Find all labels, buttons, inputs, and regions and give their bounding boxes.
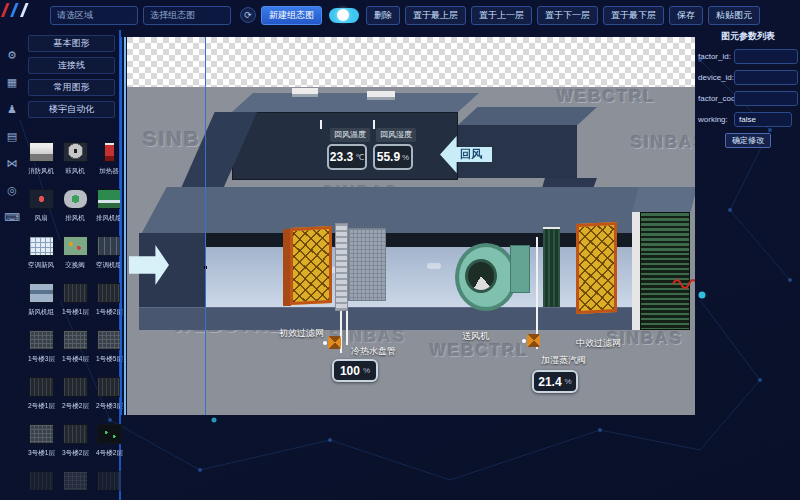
send-to-back-button[interactable]: 置于最下层 [603, 6, 664, 25]
palette-item-label: 4号楼2层 [96, 448, 123, 457]
palette-item-label: 2号楼3层 [96, 401, 123, 410]
device-id-input[interactable] [734, 70, 798, 85]
palette-item-label: 新风机组 [28, 307, 54, 316]
palette-item[interactable] [59, 469, 92, 500]
duct-interior [205, 247, 635, 307]
keyboard-icon[interactable]: ⌨ [4, 212, 20, 224]
palette-item-label: 交换阀 [66, 260, 86, 269]
sensor-tick [320, 120, 322, 129]
return-air-temp-label[interactable]: 回风温度 [330, 128, 370, 142]
palette-item[interactable]: 空调新风 [25, 234, 58, 278]
app-logo [0, 3, 47, 21]
alarm-wire [672, 275, 695, 293]
building-thumbnail [63, 377, 88, 397]
target-icon[interactable]: ◎ [7, 185, 17, 197]
palette-item[interactable]: 风扇 [25, 187, 58, 231]
building-thumbnail [97, 471, 122, 491]
layout-icon[interactable]: ▦ [7, 77, 17, 89]
return-air-humidity-value[interactable]: 55.9 % [373, 144, 413, 170]
palette-item[interactable]: 1号楼1层 [59, 281, 92, 325]
fire-fan-thumbnail [29, 142, 54, 162]
palette-item[interactable]: 鼓风机 [59, 140, 92, 184]
confirm-modify-button[interactable]: 确定修改 [725, 133, 771, 148]
building-thumbnail [63, 424, 88, 444]
canvas-scrollbar[interactable] [120, 37, 126, 415]
return-air-humidity-label[interactable]: 回风湿度 [376, 128, 416, 142]
sensor-tick [373, 120, 375, 129]
region-select-input[interactable] [50, 6, 138, 25]
section-connectors[interactable]: 连接线 [28, 57, 115, 74]
factor-id-input[interactable] [734, 49, 798, 64]
return-air-temp-value[interactable]: 23.3 ℃ [327, 144, 367, 170]
palette-item[interactable]: 2号楼2层 [59, 375, 92, 419]
primary-filter[interactable] [290, 226, 332, 305]
coil-panel[interactable] [348, 228, 386, 301]
palette-item[interactable]: 3号楼1层 [25, 422, 58, 466]
palette-item[interactable]: 消防风机 [25, 140, 58, 184]
exhaust-unit-thumbnail [97, 189, 122, 209]
palette-item[interactable]: 3号楼2层 [59, 422, 92, 466]
humidifier-panel[interactable] [543, 227, 560, 307]
building-thumbnail [29, 330, 54, 350]
palette-item[interactable]: 排风机 [59, 187, 92, 231]
save-button[interactable]: 保存 [669, 6, 703, 25]
fresh-air-unit-thumbnail [29, 283, 54, 303]
left-icon-rail: ⚙ ▦ ♟ ▤ ⋈ ◎ ⌨ [0, 34, 24, 500]
gauge-number: 21.4 [538, 375, 561, 389]
section-basic-shapes[interactable]: 基本图形 [28, 35, 115, 52]
send-backward-button[interactable]: 置于下一层 [537, 6, 598, 25]
building-thumbnail [29, 377, 54, 397]
palette-item[interactable]: 交换阀 [59, 234, 92, 278]
section-building-automation[interactable]: 楼宇自动化 [28, 101, 115, 118]
temp-unit: ℃ [355, 153, 364, 162]
exchange-valve-thumbnail [63, 236, 88, 256]
param-row: factor_cod [698, 91, 798, 106]
palette-item-label: 1号楼4层 [62, 354, 89, 363]
palette-item[interactable] [25, 469, 58, 500]
delete-button[interactable]: 删除 [366, 6, 400, 25]
medium-filter[interactable] [576, 222, 617, 314]
palette-item[interactable]: 1号楼4层 [59, 328, 92, 372]
palette-item[interactable]: 1号楼3层 [25, 328, 58, 372]
working-label: working: [698, 115, 734, 124]
component-palette: 基本图形 连接线 常用图形 楼宇自动化 消防风机 鼓风机 加热器 风扇 排风机 … [24, 30, 121, 500]
coil-header[interactable] [335, 223, 348, 311]
bring-to-front-button[interactable]: 置于最上层 [405, 6, 466, 25]
gear-icon[interactable]: ⚙ [7, 50, 17, 62]
diagram-select-input[interactable] [143, 6, 231, 25]
end-cap-frame [632, 212, 640, 330]
humidity-number: 55.9 [377, 150, 400, 164]
gauge-unit: % [363, 366, 370, 375]
new-diagram-button[interactable]: 新建组态图 [261, 6, 322, 25]
palette-item-label: 鼓风机 [66, 166, 86, 175]
paste-element-button[interactable]: 粘贴图元 [708, 6, 760, 25]
palette-item[interactable]: 2号楼1层 [25, 375, 58, 419]
transparent-checker-area [127, 37, 695, 87]
steam-valve-gauge[interactable]: 21.4 % [532, 370, 578, 393]
palette-item[interactable]: 新风机组 [25, 281, 58, 325]
palette-item[interactable] [93, 469, 126, 500]
valve-opening-gauge[interactable]: 100 % [332, 359, 378, 382]
working-input[interactable] [734, 112, 792, 127]
user-icon[interactable]: ♟ [7, 104, 17, 116]
valve-icon[interactable]: ⋈ [7, 158, 18, 170]
watermark: SINBAS [631, 133, 695, 153]
humidity-unit: % [402, 153, 409, 162]
palette-item-label: 3号楼1层 [28, 448, 55, 457]
top-toolbar: ⟳ 新建组态图 删除 置于最上层 置于上一层 置于下一层 置于最下层 保存 粘贴… [50, 3, 760, 27]
outlet-louver[interactable] [640, 212, 690, 330]
factor-code-input[interactable] [734, 91, 798, 106]
water-valve-icon[interactable] [328, 336, 341, 349]
factor-id-label: factor_id: [698, 52, 734, 61]
end-cap-top [632, 187, 695, 212]
primary-filter-label: 初效过滤网 [279, 327, 324, 340]
steam-valve-icon[interactable] [527, 334, 540, 347]
section-common-shapes[interactable]: 常用图形 [28, 79, 115, 96]
hvac-diagram[interactable]: WEBCTRL SINBAS SINBAS SINBAS SINBAS WEBC… [127, 87, 695, 415]
palette-item[interactable]: 4号楼2层 [93, 422, 126, 466]
edit-mode-toggle[interactable] [329, 8, 359, 23]
design-canvas[interactable]: WEBCTRL SINBAS SINBAS SINBAS SINBAS WEBC… [127, 37, 695, 415]
id-card-icon[interactable]: ▤ [7, 131, 17, 143]
refresh-button[interactable]: ⟳ [240, 7, 256, 23]
bring-forward-button[interactable]: 置于上一层 [471, 6, 532, 25]
